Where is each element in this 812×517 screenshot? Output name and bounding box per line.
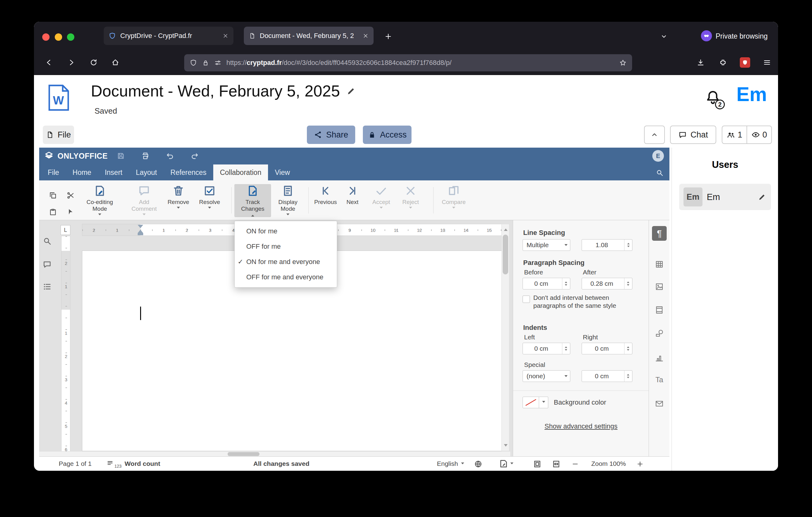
comments-panel-icon[interactable] bbox=[41, 258, 53, 270]
paragraph-settings-tab[interactable]: ¶ bbox=[652, 226, 667, 241]
editor-search-icon[interactable] bbox=[655, 168, 665, 178]
home-button[interactable] bbox=[109, 56, 122, 69]
special-select[interactable]: (none) bbox=[523, 370, 570, 382]
compare-button[interactable]: Compare bbox=[437, 184, 470, 217]
print-icon[interactable] bbox=[139, 150, 151, 162]
special-amount-spinner[interactable]: 0 cm bbox=[582, 370, 632, 382]
track-changes-button[interactable]: Track Changes bbox=[234, 184, 271, 217]
spin-down[interactable] bbox=[627, 246, 630, 248]
access-button[interactable]: Access bbox=[363, 126, 411, 144]
previous-change-button[interactable]: Previous bbox=[312, 184, 340, 217]
close-window-button[interactable] bbox=[42, 33, 50, 41]
zoom-level[interactable]: Zoom 100% bbox=[586, 460, 632, 467]
url-bar[interactable]: https://cryptpad.fr/doc/#/3/doc/edit/ff0… bbox=[184, 54, 632, 71]
track-changes-status-button[interactable] bbox=[499, 459, 513, 469]
user-list-item[interactable]: Em Em bbox=[679, 184, 771, 210]
fit-page-icon[interactable] bbox=[532, 459, 542, 469]
user-avatar-initials[interactable]: Em bbox=[736, 83, 767, 106]
word-count-button[interactable]: 123 Word count bbox=[107, 459, 160, 469]
navigation-panel-icon[interactable] bbox=[41, 280, 53, 293]
notifications-bell-icon[interactable]: 2 bbox=[705, 88, 721, 105]
find-icon[interactable] bbox=[41, 235, 53, 247]
edit-title-pencil-icon[interactable] bbox=[346, 86, 356, 96]
menu-tab-layout[interactable]: Layout bbox=[129, 164, 164, 181]
track-changes-menu-item[interactable]: OFF for me bbox=[235, 239, 337, 254]
new-tab-button[interactable] bbox=[381, 30, 395, 43]
add-comment-button[interactable]: Add Comment bbox=[128, 184, 160, 217]
editors-count[interactable]: 1 bbox=[722, 126, 747, 143]
vertical-scrollbar[interactable] bbox=[501, 224, 510, 451]
edit-user-pencil-icon[interactable] bbox=[757, 192, 767, 201]
header-footer-settings-tab[interactable] bbox=[653, 304, 665, 316]
next-change-button[interactable]: Next bbox=[338, 184, 367, 217]
fit-width-icon[interactable] bbox=[551, 459, 561, 469]
mail-merge-tab[interactable] bbox=[653, 398, 665, 410]
ublock-origin-icon[interactable] bbox=[738, 56, 752, 69]
editor-user-badge[interactable]: E bbox=[652, 150, 664, 162]
list-all-tabs-button[interactable] bbox=[657, 30, 671, 43]
copy-icon[interactable] bbox=[47, 189, 59, 202]
viewers-count[interactable]: 0 bbox=[747, 126, 771, 143]
zoom-out-button[interactable] bbox=[570, 459, 580, 469]
background-color-swatch[interactable] bbox=[523, 397, 539, 408]
close-tab-icon[interactable] bbox=[223, 33, 229, 39]
tab-cryptdrive[interactable]: CryptDrive - CryptPad.fr bbox=[104, 27, 233, 45]
shape-settings-tab[interactable] bbox=[653, 327, 665, 339]
left-indent-marker[interactable] bbox=[138, 227, 143, 233]
page-count[interactable]: Page 1 of 1 bbox=[59, 460, 91, 467]
remove-comment-button[interactable]: Remove bbox=[163, 184, 194, 217]
paste-icon[interactable] bbox=[47, 206, 59, 218]
text-art-settings-tab[interactable]: Ta bbox=[653, 374, 665, 386]
advanced-settings-link[interactable]: Show advanced settings bbox=[513, 423, 649, 430]
scroll-down-arrow[interactable] bbox=[504, 444, 508, 448]
zoom-window-button[interactable] bbox=[67, 33, 74, 41]
set-language-globe-icon[interactable] bbox=[474, 459, 483, 469]
spin-up[interactable] bbox=[627, 242, 630, 244]
cut-icon[interactable] bbox=[64, 189, 77, 202]
redo-icon[interactable] bbox=[188, 150, 201, 162]
table-settings-tab[interactable] bbox=[653, 258, 665, 270]
url-text[interactable]: https://cryptpad.fr/doc/#/3/doc/edit/ff0… bbox=[226, 59, 614, 67]
reload-button[interactable] bbox=[87, 56, 100, 69]
horizontal-scroll-thumb[interactable] bbox=[228, 452, 259, 456]
downloads-button[interactable] bbox=[694, 56, 707, 69]
language-selector[interactable]: English bbox=[437, 460, 464, 467]
bookmark-star-icon[interactable] bbox=[619, 59, 627, 66]
image-settings-tab[interactable] bbox=[653, 280, 665, 293]
menu-tab-collaboration[interactable]: Collaboration bbox=[213, 164, 268, 181]
spacing-before-spinner[interactable]: 0 cm bbox=[523, 278, 570, 290]
line-spacing-amount-spinner[interactable]: 1.08 bbox=[582, 239, 632, 251]
horizontal-scrollbar[interactable] bbox=[39, 451, 510, 456]
scroll-up-arrow[interactable] bbox=[504, 227, 508, 231]
zoom-in-button[interactable] bbox=[635, 459, 645, 469]
menu-tab-file[interactable]: File bbox=[41, 164, 66, 181]
accept-button[interactable]: Accept bbox=[367, 184, 396, 217]
lock-icon[interactable] bbox=[202, 59, 209, 66]
background-color-dropdown[interactable] bbox=[539, 397, 548, 408]
extensions-button[interactable] bbox=[716, 56, 730, 69]
spacing-after-spinner[interactable]: 0.28 cm bbox=[582, 278, 632, 290]
menu-tab-insert[interactable]: Insert bbox=[98, 164, 129, 181]
indent-right-spinner[interactable]: 0 cm bbox=[582, 343, 632, 354]
tracking-protection-icon[interactable] bbox=[190, 59, 197, 66]
left-indent-square[interactable] bbox=[138, 233, 143, 235]
menu-tab-references[interactable]: References bbox=[164, 164, 213, 181]
indent-left-spinner[interactable]: 0 cm bbox=[523, 343, 570, 354]
document-title[interactable]: Document - Wed, February 5, 2025 bbox=[91, 82, 340, 100]
vertical-scroll-thumb[interactable] bbox=[503, 235, 508, 274]
close-tab-icon[interactable] bbox=[362, 33, 369, 39]
menu-tab-view[interactable]: View bbox=[268, 164, 296, 181]
display-mode-button[interactable]: Display Mode bbox=[272, 184, 303, 217]
reject-button[interactable]: Reject bbox=[396, 184, 425, 217]
presence-counters[interactable]: 1 0 bbox=[722, 126, 772, 144]
no-interval-checkbox[interactable] bbox=[523, 296, 530, 303]
line-spacing-select[interactable]: Multiple bbox=[523, 239, 570, 251]
menu-button[interactable] bbox=[760, 56, 774, 69]
permissions-icon[interactable] bbox=[214, 59, 222, 66]
save-icon[interactable] bbox=[115, 150, 127, 162]
minimize-window-button[interactable] bbox=[55, 33, 62, 41]
tab-stop-selector[interactable]: L bbox=[61, 225, 70, 235]
chat-button[interactable]: Chat bbox=[670, 126, 716, 144]
coediting-mode-button[interactable]: Co-editing Mode bbox=[81, 184, 118, 217]
file-menu-button[interactable]: File bbox=[43, 126, 74, 144]
